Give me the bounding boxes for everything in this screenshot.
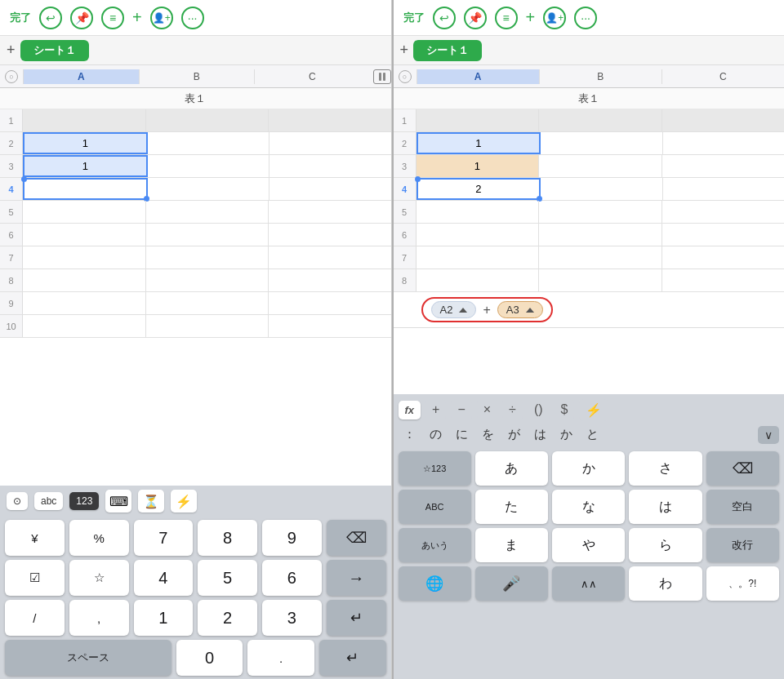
- jp-char-ga[interactable]: が: [503, 425, 525, 444]
- jp-wa[interactable]: わ: [629, 566, 702, 601]
- cell[interactable]: [270, 155, 391, 177]
- kb-slash[interactable]: /: [5, 600, 65, 636]
- left-undo-icon[interactable]: ↩: [39, 7, 62, 29]
- right-undo-icon[interactable]: ↩: [433, 7, 456, 29]
- jp-na[interactable]: な: [552, 490, 625, 524]
- left-add-icon[interactable]: +: [132, 8, 142, 27]
- cell[interactable]: 1: [416, 132, 541, 154]
- cell[interactable]: [23, 109, 146, 131]
- left-pin-icon[interactable]: 📌: [70, 7, 93, 29]
- cell[interactable]: [541, 178, 663, 200]
- jp-char-wo[interactable]: を: [477, 425, 499, 444]
- kb-minus-op[interactable]: −: [451, 399, 471, 420]
- right-col-a[interactable]: A: [416, 69, 539, 84]
- cell[interactable]: [539, 155, 662, 177]
- jp-chevron-btn[interactable]: ∨: [758, 426, 779, 444]
- cell[interactable]: [541, 132, 663, 154]
- jp-a[interactable]: あ: [475, 451, 548, 486]
- kb-3[interactable]: 3: [262, 600, 322, 636]
- cell[interactable]: [663, 132, 785, 154]
- cell[interactable]: [416, 109, 540, 131]
- kb-0[interactable]: 0: [176, 640, 243, 676]
- kb-grid-btn[interactable]: ⌨: [105, 490, 131, 513]
- kb-dollar-btn[interactable]: $: [555, 399, 575, 420]
- right-done-button[interactable]: 完了: [403, 11, 425, 25]
- cell-selected[interactable]: [23, 178, 148, 200]
- selection-handle-tl[interactable]: [415, 176, 421, 182]
- kb-multiply-op[interactable]: ×: [477, 399, 497, 420]
- right-col-b[interactable]: B: [539, 69, 662, 84]
- jp-char-colon[interactable]: ：: [399, 425, 421, 444]
- left-col-b[interactable]: B: [139, 69, 255, 84]
- cell[interactable]: [270, 132, 391, 154]
- kb-backspace[interactable]: ⌫: [327, 520, 386, 556]
- jp-ma[interactable]: ま: [475, 528, 548, 562]
- left-sheet-tab[interactable]: シート１: [20, 40, 89, 61]
- right-col-c[interactable]: C: [662, 69, 784, 84]
- formula-cell-a2[interactable]: A2: [431, 301, 477, 318]
- right-adduser-icon[interactable]: 👤+: [543, 7, 566, 29]
- jp-abc-toggle[interactable]: ABC: [399, 490, 471, 524]
- kb-star[interactable]: ☆: [69, 560, 129, 596]
- kb-plus-op[interactable]: +: [425, 399, 446, 420]
- kb-123-btn[interactable]: 123: [69, 492, 99, 510]
- kb-8[interactable]: 8: [198, 520, 257, 556]
- kb-6[interactable]: 6: [262, 560, 322, 596]
- jp-num-toggle[interactable]: ☆123: [399, 451, 471, 486]
- right-add-icon[interactable]: +: [526, 8, 536, 27]
- kb-flash-btn[interactable]: ⚡: [171, 490, 197, 513]
- kb-4[interactable]: 4: [134, 560, 194, 596]
- kb-7[interactable]: 7: [134, 520, 194, 556]
- cell[interactable]: [663, 178, 785, 200]
- kb-symbol-btn[interactable]: ⊙: [7, 492, 28, 510]
- left-menu-icon[interactable]: ≡: [101, 7, 124, 29]
- left-more-icon[interactable]: ···: [181, 7, 204, 29]
- right-tab-plus[interactable]: +: [400, 42, 409, 59]
- jp-ya[interactable]: や: [552, 528, 625, 562]
- kb-abc-btn[interactable]: abc: [34, 492, 63, 510]
- jp-backspace[interactable]: ⌫: [706, 451, 779, 486]
- right-more-icon[interactable]: ···: [574, 7, 597, 29]
- kb-percent[interactable]: %: [69, 520, 129, 556]
- kb-9[interactable]: 9: [262, 520, 322, 556]
- selection-handle[interactable]: [21, 176, 27, 182]
- formula-cell-a3[interactable]: A3: [497, 301, 543, 318]
- jp-globe-btn[interactable]: 🌐: [399, 566, 471, 601]
- left-circle-indicator[interactable]: ○: [5, 70, 18, 83]
- kb-arrow-right[interactable]: →: [327, 560, 386, 596]
- right-sheet-tab[interactable]: シート１: [413, 40, 482, 61]
- right-pin-icon[interactable]: 📌: [464, 7, 487, 29]
- left-done-button[interactable]: 完了: [10, 11, 31, 25]
- jp-ta[interactable]: た: [475, 490, 548, 524]
- kb-divide-op[interactable]: ÷: [502, 399, 523, 420]
- cell[interactable]: [662, 155, 785, 177]
- kb-2[interactable]: 2: [198, 600, 257, 636]
- right-circle-indicator[interactable]: ○: [399, 70, 412, 83]
- kb-yen[interactable]: ¥: [5, 520, 65, 556]
- cell[interactable]: [148, 132, 270, 154]
- kb-1[interactable]: 1: [134, 600, 194, 636]
- kb-timer-btn[interactable]: ⏳: [138, 490, 164, 513]
- cell[interactable]: [146, 109, 270, 131]
- cell[interactable]: [662, 109, 785, 131]
- cell[interactable]: [148, 155, 270, 177]
- jp-mic-btn[interactable]: 🎤: [475, 566, 548, 601]
- kb-checkbox[interactable]: ☑: [5, 560, 65, 596]
- cell[interactable]: [148, 178, 270, 200]
- kb-5[interactable]: 5: [198, 560, 257, 596]
- left-col-c[interactable]: C: [254, 69, 370, 84]
- jp-ra[interactable]: ら: [629, 528, 702, 562]
- jp-char-to[interactable]: と: [581, 425, 604, 444]
- kb-comma[interactable]: ,: [69, 600, 129, 636]
- kb-return[interactable]: ↵: [319, 640, 386, 676]
- cell[interactable]: 1: [23, 132, 148, 154]
- left-adduser-icon[interactable]: 👤+: [150, 7, 173, 29]
- kb-period[interactable]: .: [247, 640, 314, 676]
- jp-ka[interactable]: か: [552, 451, 625, 486]
- jp-sa[interactable]: さ: [629, 451, 702, 486]
- kb-paren-op[interactable]: (): [528, 399, 550, 420]
- jp-enter[interactable]: 改行: [706, 528, 779, 562]
- kb-space[interactable]: スペース: [5, 640, 172, 676]
- jp-char-ni[interactable]: に: [451, 425, 473, 444]
- jp-aiueo-toggle[interactable]: あいう: [399, 528, 471, 562]
